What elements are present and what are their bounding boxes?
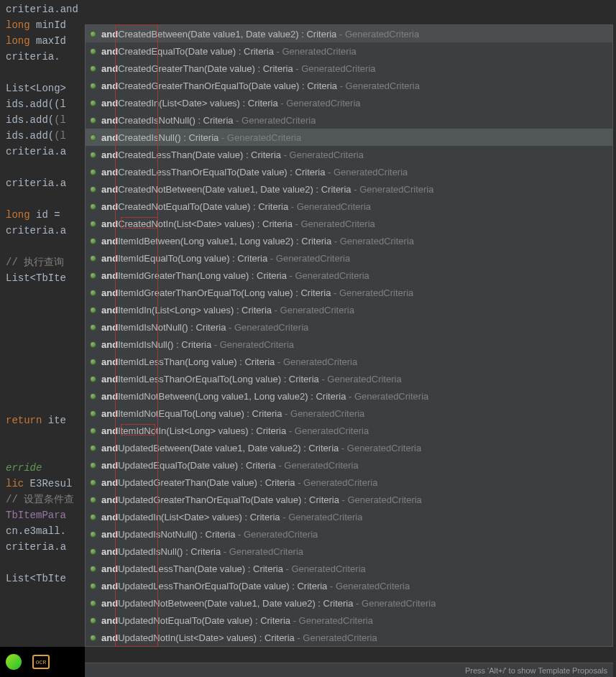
method-icon — [90, 548, 96, 555]
completion-label: andItemIdNotBetween(Long value1, Long va… — [101, 391, 428, 402]
completion-label: andUpdatedNotBetween(Date value1, Date v… — [101, 598, 436, 609]
method-icon — [90, 221, 96, 227]
music-app-icon[interactable] — [4, 653, 23, 671]
completion-label: andItemIdLessThanOrEqualTo(Long value) :… — [101, 374, 402, 384]
method-icon — [90, 100, 96, 106]
completion-item[interactable]: andUpdatedIn(List<Date> values) : Criter… — [86, 508, 612, 525]
method-icon — [90, 479, 96, 486]
completion-item[interactable]: andUpdatedGreaterThan(Date value) : Crit… — [86, 474, 612, 491]
method-icon — [90, 617, 96, 624]
autocomplete-popup[interactable]: andCreatedBetween(Date value1, Date valu… — [85, 24, 613, 647]
completion-label: andCreatedBetween(Date value1, Date valu… — [101, 29, 419, 40]
completion-item[interactable]: andCreatedEqualTo(Date value) : Criteria… — [86, 42, 612, 60]
completion-label: andUpdatedIn(List<Date> values) : Criter… — [101, 512, 362, 522]
method-icon — [90, 445, 96, 451]
completion-label: andUpdatedBetween(Date value1, Date valu… — [101, 443, 421, 453]
completion-label: andItemIdGreaterThanOrEqualTo(Long value… — [101, 287, 413, 298]
method-icon — [90, 48, 96, 55]
completion-item[interactable]: andItemIdBetween(Long value1, Long value… — [86, 232, 612, 249]
completion-label: andCreatedGreaterThanOrEqualTo(Date valu… — [101, 80, 420, 91]
completion-item[interactable]: andItemIdLessThanOrEqualTo(Long value) :… — [86, 370, 612, 387]
completion-item[interactable]: andItemIdIsNull() : Criteria - Generated… — [86, 336, 612, 353]
method-icon — [90, 203, 96, 210]
completion-item[interactable]: andItemIdNotBetween(Long value1, Long va… — [86, 387, 612, 405]
completion-label: andUpdatedNotEqualTo(Date value) : Crite… — [101, 615, 373, 626]
method-icon — [90, 169, 96, 175]
completion-item[interactable]: andUpdatedEqualTo(Date value) : Criteria… — [86, 456, 612, 474]
completion-item[interactable]: andCreatedNotIn(List<Date> values) : Cri… — [86, 215, 612, 232]
method-icon — [90, 341, 96, 348]
completion-label: andItemIdIsNull() : Criteria - Generated… — [101, 339, 294, 350]
completion-item[interactable]: andCreatedLessThanOrEqualTo(Date value) … — [86, 163, 612, 180]
completion-item[interactable]: andUpdatedNotIn(List<Date> values) : Cri… — [86, 629, 612, 646]
method-icon — [90, 307, 96, 313]
method-icon — [90, 272, 96, 279]
completion-label: andCreatedNotIn(List<Date> values) : Cri… — [101, 218, 375, 229]
method-icon — [90, 324, 96, 331]
completion-item[interactable]: andUpdatedGreaterThanOrEqualTo(Date valu… — [86, 491, 612, 508]
completion-item[interactable]: andItemIdEqualTo(Long value) : Criteria … — [86, 249, 612, 267]
method-icon — [90, 376, 96, 382]
completion-label: andItemIdIn(List<Long> values) : Criteri… — [101, 305, 354, 316]
method-icon — [90, 600, 96, 607]
method-icon — [90, 635, 96, 641]
completion-item[interactable]: andCreatedIsNotNull() : Criteria - Gener… — [86, 111, 612, 129]
method-icon — [90, 186, 96, 193]
method-icon — [90, 566, 96, 572]
completion-label: andUpdatedGreaterThan(Date value) : Crit… — [101, 477, 377, 488]
completion-label: andItemIdGreaterThan(Long value) : Crite… — [101, 270, 369, 281]
completion-label: andCreatedNotBetween(Date value1, Date v… — [101, 184, 433, 195]
ocr-app-icon[interactable]: OCR — [32, 653, 50, 671]
completion-item[interactable]: andCreatedGreaterThan(Date value) : Crit… — [86, 60, 612, 77]
completion-item[interactable]: andUpdatedNotEqualTo(Date value) : Crite… — [86, 612, 612, 629]
completion-item[interactable]: andUpdatedNotBetween(Date value1, Date v… — [86, 594, 612, 612]
completion-item[interactable]: andItemIdNotEqualTo(Long value) : Criter… — [86, 405, 612, 422]
completion-label: andUpdatedGreaterThanOrEqualTo(Date valu… — [101, 494, 422, 505]
completion-label: andCreatedIn(List<Date> values) : Criter… — [101, 98, 361, 109]
completion-item[interactable]: andUpdatedIsNull() : Criteria - Generate… — [86, 543, 612, 560]
popup-footer: Press 'Alt+/' to show Template Proposals — [85, 663, 613, 677]
completion-label: andUpdatedNotIn(List<Date> values) : Cri… — [101, 632, 377, 643]
completion-item[interactable]: andCreatedNotEqualTo(Date value) : Crite… — [86, 198, 612, 215]
completion-item[interactable]: andItemIdIsNotNull() : Criteria - Genera… — [86, 318, 612, 336]
method-icon — [90, 514, 96, 520]
completion-label: andUpdatedLessThanOrEqualTo(Date value) … — [101, 581, 410, 591]
completion-label: andUpdatedLessThan(Date value) : Criteri… — [101, 563, 366, 574]
completion-item[interactable]: andCreatedNotBetween(Date value1, Date v… — [86, 180, 612, 198]
method-icon — [90, 393, 96, 400]
method-icon — [90, 462, 96, 469]
completion-label: andUpdatedIsNotNull() : Criteria - Gener… — [101, 529, 318, 540]
code-line[interactable]: criteria.and — [6, 1, 610, 17]
completion-label: andItemIdNotEqualTo(Long value) : Criter… — [101, 408, 364, 419]
completion-item[interactable]: andItemIdIn(List<Long> values) : Criteri… — [86, 301, 612, 318]
completion-label: andCreatedEqualTo(Date value) : Criteria… — [101, 46, 357, 57]
method-icon — [90, 531, 96, 538]
method-icon — [90, 31, 96, 37]
completion-item[interactable]: andUpdatedBetween(Date value1, Date valu… — [86, 439, 612, 456]
completion-item[interactable]: andItemIdGreaterThan(Long value) : Crite… — [86, 267, 612, 284]
completion-item[interactable]: andCreatedLessThan(Date value) : Criteri… — [86, 146, 612, 163]
completion-item[interactable]: andUpdatedIsNotNull() : Criteria - Gener… — [86, 525, 612, 543]
completion-item[interactable]: andItemIdLessThan(Long value) : Criteria… — [86, 353, 612, 370]
completion-label: andItemIdEqualTo(Long value) : Criteria … — [101, 253, 350, 264]
method-icon — [90, 290, 96, 296]
completion-label: andCreatedLessThanOrEqualTo(Date value) … — [101, 167, 408, 178]
completion-item[interactable]: andItemIdGreaterThanOrEqualTo(Long value… — [86, 284, 612, 301]
completion-item[interactable]: andCreatedGreaterThanOrEqualTo(Date valu… — [86, 77, 612, 94]
completion-item[interactable]: andUpdatedLessThan(Date value) : Criteri… — [86, 560, 612, 577]
method-icon — [90, 152, 96, 158]
method-icon — [90, 410, 96, 417]
completion-label: andCreatedLessThan(Date value) : Criteri… — [101, 149, 364, 160]
completion-label: andCreatedGreaterThan(Date value) : Crit… — [101, 63, 376, 74]
completion-item[interactable]: andCreatedBetween(Date value1, Date valu… — [86, 25, 612, 42]
method-icon — [90, 65, 96, 72]
completion-item[interactable]: andCreatedIsNull() : Criteria - Generate… — [86, 129, 612, 146]
completion-item[interactable]: andUpdatedLessThanOrEqualTo(Date value) … — [86, 577, 612, 594]
method-icon — [90, 583, 96, 589]
completion-label: andCreatedIsNull() : Criteria - Generate… — [101, 132, 301, 143]
completion-label: andCreatedIsNotNull() : Criteria - Gener… — [101, 115, 316, 126]
method-icon — [90, 134, 96, 141]
completion-item[interactable]: andCreatedIn(List<Date> values) : Criter… — [86, 94, 612, 111]
method-icon — [90, 238, 96, 244]
completion-item[interactable]: andItemIdNotIn(List<Long> values) : Crit… — [86, 422, 612, 439]
